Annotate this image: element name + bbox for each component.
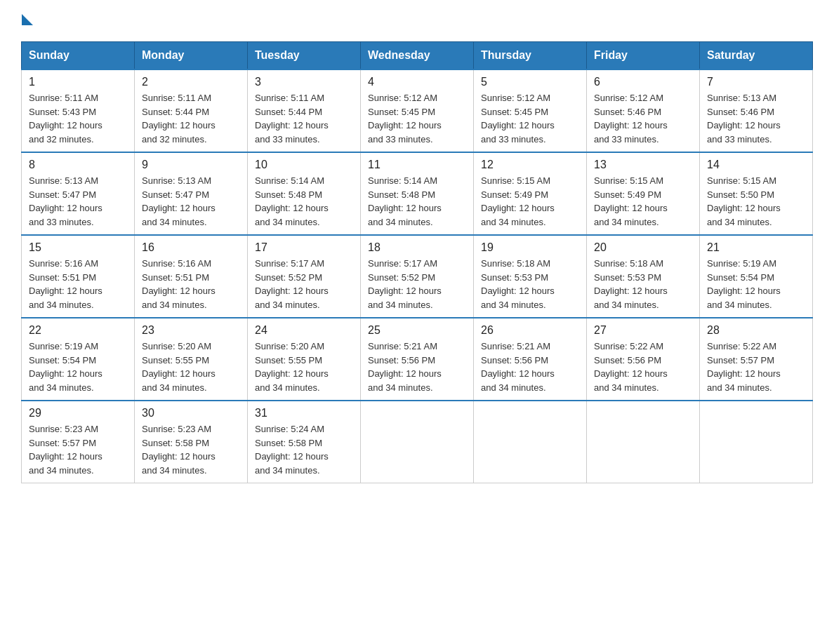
day-header-saturday: Saturday bbox=[700, 42, 813, 70]
day-info: Sunrise: 5:23 AM Sunset: 5:58 PM Dayligh… bbox=[142, 422, 240, 477]
calendar-cell: 9 Sunrise: 5:13 AM Sunset: 5:47 PM Dayli… bbox=[135, 152, 248, 235]
calendar-cell: 7 Sunrise: 5:13 AM Sunset: 5:46 PM Dayli… bbox=[700, 69, 813, 152]
calendar-cell: 4 Sunrise: 5:12 AM Sunset: 5:45 PM Dayli… bbox=[361, 69, 474, 152]
day-number: 21 bbox=[707, 241, 805, 254]
day-info: Sunrise: 5:12 AM Sunset: 5:46 PM Dayligh… bbox=[594, 91, 692, 146]
day-number: 2 bbox=[142, 76, 240, 88]
day-info: Sunrise: 5:11 AM Sunset: 5:43 PM Dayligh… bbox=[29, 91, 127, 146]
logo-arrow-icon bbox=[22, 14, 33, 25]
calendar-cell: 29 Sunrise: 5:23 AM Sunset: 5:57 PM Dayl… bbox=[22, 401, 135, 483]
page-header bbox=[21, 14, 813, 27]
calendar-cell: 30 Sunrise: 5:23 AM Sunset: 5:58 PM Dayl… bbox=[135, 401, 248, 483]
day-header-wednesday: Wednesday bbox=[361, 42, 474, 70]
calendar-cell: 8 Sunrise: 5:13 AM Sunset: 5:47 PM Dayli… bbox=[22, 152, 135, 235]
calendar-cell: 6 Sunrise: 5:12 AM Sunset: 5:46 PM Dayli… bbox=[587, 69, 700, 152]
day-number: 20 bbox=[594, 241, 692, 254]
calendar-cell: 12 Sunrise: 5:15 AM Sunset: 5:49 PM Dayl… bbox=[474, 152, 587, 235]
day-number: 9 bbox=[142, 159, 240, 171]
day-info: Sunrise: 5:16 AM Sunset: 5:51 PM Dayligh… bbox=[142, 257, 240, 311]
day-info: Sunrise: 5:15 AM Sunset: 5:49 PM Dayligh… bbox=[481, 174, 579, 229]
day-header-row: SundayMondayTuesdayWednesdayThursdayFrid… bbox=[22, 42, 813, 70]
day-number: 22 bbox=[29, 324, 127, 337]
day-info: Sunrise: 5:11 AM Sunset: 5:44 PM Dayligh… bbox=[255, 91, 353, 146]
week-row-5: 29 Sunrise: 5:23 AM Sunset: 5:57 PM Dayl… bbox=[22, 401, 813, 483]
calendar-cell bbox=[361, 401, 474, 483]
calendar-cell: 24 Sunrise: 5:20 AM Sunset: 5:55 PM Dayl… bbox=[248, 318, 361, 401]
calendar-cell: 31 Sunrise: 5:24 AM Sunset: 5:58 PM Dayl… bbox=[248, 401, 361, 483]
day-number: 11 bbox=[368, 159, 466, 171]
day-header-tuesday: Tuesday bbox=[248, 42, 361, 70]
day-info: Sunrise: 5:20 AM Sunset: 5:55 PM Dayligh… bbox=[255, 340, 353, 394]
day-info: Sunrise: 5:23 AM Sunset: 5:57 PM Dayligh… bbox=[29, 422, 127, 477]
day-info: Sunrise: 5:12 AM Sunset: 5:45 PM Dayligh… bbox=[368, 91, 466, 146]
day-number: 26 bbox=[481, 324, 579, 337]
calendar-cell: 27 Sunrise: 5:22 AM Sunset: 5:56 PM Dayl… bbox=[587, 318, 700, 401]
day-info: Sunrise: 5:20 AM Sunset: 5:55 PM Dayligh… bbox=[142, 340, 240, 394]
day-number: 4 bbox=[368, 76, 466, 88]
calendar-table: SundayMondayTuesdayWednesdayThursdayFrid… bbox=[21, 41, 813, 483]
day-number: 13 bbox=[594, 159, 692, 171]
calendar-cell: 5 Sunrise: 5:12 AM Sunset: 5:45 PM Dayli… bbox=[474, 69, 587, 152]
day-info: Sunrise: 5:11 AM Sunset: 5:44 PM Dayligh… bbox=[142, 91, 240, 146]
day-info: Sunrise: 5:24 AM Sunset: 5:58 PM Dayligh… bbox=[255, 422, 353, 477]
week-row-3: 15 Sunrise: 5:16 AM Sunset: 5:51 PM Dayl… bbox=[22, 235, 813, 318]
day-info: Sunrise: 5:19 AM Sunset: 5:54 PM Dayligh… bbox=[29, 340, 127, 394]
calendar-cell: 13 Sunrise: 5:15 AM Sunset: 5:49 PM Dayl… bbox=[587, 152, 700, 235]
day-number: 24 bbox=[255, 324, 353, 337]
calendar-cell: 16 Sunrise: 5:16 AM Sunset: 5:51 PM Dayl… bbox=[135, 235, 248, 318]
day-info: Sunrise: 5:21 AM Sunset: 5:56 PM Dayligh… bbox=[368, 340, 466, 394]
calendar-cell: 22 Sunrise: 5:19 AM Sunset: 5:54 PM Dayl… bbox=[22, 318, 135, 401]
calendar-cell bbox=[700, 401, 813, 483]
calendar-cell bbox=[474, 401, 587, 483]
day-info: Sunrise: 5:13 AM Sunset: 5:47 PM Dayligh… bbox=[142, 174, 240, 229]
day-info: Sunrise: 5:12 AM Sunset: 5:45 PM Dayligh… bbox=[481, 91, 579, 146]
calendar-cell: 26 Sunrise: 5:21 AM Sunset: 5:56 PM Dayl… bbox=[474, 318, 587, 401]
day-number: 15 bbox=[29, 241, 127, 254]
calendar-cell: 21 Sunrise: 5:19 AM Sunset: 5:54 PM Dayl… bbox=[700, 235, 813, 318]
day-info: Sunrise: 5:14 AM Sunset: 5:48 PM Dayligh… bbox=[368, 174, 466, 229]
calendar-cell: 18 Sunrise: 5:17 AM Sunset: 5:52 PM Dayl… bbox=[361, 235, 474, 318]
day-number: 5 bbox=[481, 76, 579, 88]
calendar-cell: 2 Sunrise: 5:11 AM Sunset: 5:44 PM Dayli… bbox=[135, 69, 248, 152]
calendar-cell: 19 Sunrise: 5:18 AM Sunset: 5:53 PM Dayl… bbox=[474, 235, 587, 318]
day-info: Sunrise: 5:22 AM Sunset: 5:57 PM Dayligh… bbox=[707, 340, 805, 394]
day-number: 17 bbox=[255, 241, 353, 254]
day-info: Sunrise: 5:13 AM Sunset: 5:46 PM Dayligh… bbox=[707, 91, 805, 146]
day-header-thursday: Thursday bbox=[474, 42, 587, 70]
week-row-2: 8 Sunrise: 5:13 AM Sunset: 5:47 PM Dayli… bbox=[22, 152, 813, 235]
day-info: Sunrise: 5:16 AM Sunset: 5:51 PM Dayligh… bbox=[29, 257, 127, 311]
calendar-cell: 3 Sunrise: 5:11 AM Sunset: 5:44 PM Dayli… bbox=[248, 69, 361, 152]
day-info: Sunrise: 5:15 AM Sunset: 5:49 PM Dayligh… bbox=[594, 174, 692, 229]
day-number: 1 bbox=[29, 76, 127, 88]
day-number: 10 bbox=[255, 159, 353, 171]
day-number: 12 bbox=[481, 159, 579, 171]
day-number: 18 bbox=[368, 241, 466, 254]
day-number: 19 bbox=[481, 241, 579, 254]
week-row-4: 22 Sunrise: 5:19 AM Sunset: 5:54 PM Dayl… bbox=[22, 318, 813, 401]
calendar-cell: 1 Sunrise: 5:11 AM Sunset: 5:43 PM Dayli… bbox=[22, 69, 135, 152]
day-info: Sunrise: 5:17 AM Sunset: 5:52 PM Dayligh… bbox=[255, 257, 353, 311]
day-info: Sunrise: 5:18 AM Sunset: 5:53 PM Dayligh… bbox=[481, 257, 579, 311]
calendar-cell: 28 Sunrise: 5:22 AM Sunset: 5:57 PM Dayl… bbox=[700, 318, 813, 401]
calendar-cell: 23 Sunrise: 5:20 AM Sunset: 5:55 PM Dayl… bbox=[135, 318, 248, 401]
calendar-cell: 11 Sunrise: 5:14 AM Sunset: 5:48 PM Dayl… bbox=[361, 152, 474, 235]
logo bbox=[21, 14, 33, 27]
calendar-cell: 25 Sunrise: 5:21 AM Sunset: 5:56 PM Dayl… bbox=[361, 318, 474, 401]
day-number: 28 bbox=[707, 324, 805, 337]
week-row-1: 1 Sunrise: 5:11 AM Sunset: 5:43 PM Dayli… bbox=[22, 69, 813, 152]
day-number: 25 bbox=[368, 324, 466, 337]
day-number: 23 bbox=[142, 324, 240, 337]
day-number: 6 bbox=[594, 76, 692, 88]
day-info: Sunrise: 5:18 AM Sunset: 5:53 PM Dayligh… bbox=[594, 257, 692, 311]
day-info: Sunrise: 5:21 AM Sunset: 5:56 PM Dayligh… bbox=[481, 340, 579, 394]
calendar-cell: 17 Sunrise: 5:17 AM Sunset: 5:52 PM Dayl… bbox=[248, 235, 361, 318]
day-number: 8 bbox=[29, 159, 127, 171]
day-number: 16 bbox=[142, 241, 240, 254]
day-number: 31 bbox=[255, 407, 353, 420]
calendar-cell: 15 Sunrise: 5:16 AM Sunset: 5:51 PM Dayl… bbox=[22, 235, 135, 318]
day-header-friday: Friday bbox=[587, 42, 700, 70]
day-number: 30 bbox=[142, 407, 240, 420]
day-number: 14 bbox=[707, 159, 805, 171]
day-info: Sunrise: 5:13 AM Sunset: 5:47 PM Dayligh… bbox=[29, 174, 127, 229]
day-number: 3 bbox=[255, 76, 353, 88]
